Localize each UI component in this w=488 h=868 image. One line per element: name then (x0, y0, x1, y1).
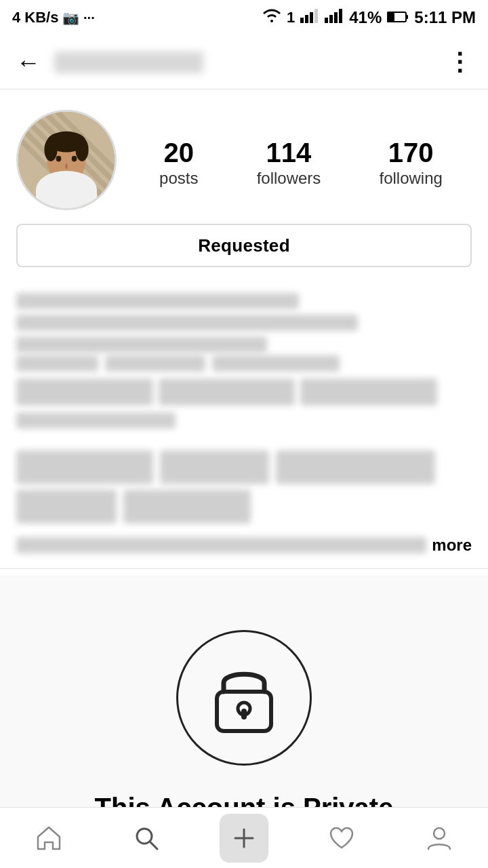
bottom-nav (0, 807, 488, 868)
svg-rect-4 (325, 18, 328, 23)
svg-point-23 (75, 138, 88, 161)
top-nav: ← ⋮ (0, 35, 488, 90)
following-stat[interactable]: 170 following (380, 139, 443, 188)
svg-point-33 (434, 828, 445, 839)
bio-tag-1 (16, 355, 98, 372)
heart-icon (327, 823, 357, 853)
requested-button[interactable]: Requested (16, 224, 472, 267)
more-link[interactable]: more (432, 536, 472, 555)
bio-line-1 (16, 293, 299, 309)
svg-rect-9 (388, 13, 394, 21)
battery-percent: 41% (349, 8, 382, 27)
followers-count: 114 (266, 139, 312, 166)
more-options-button[interactable]: ⋮ (447, 48, 472, 77)
status-bar: 4 KB/s 📷 ··· 1 (0, 0, 488, 35)
avatar[interactable] (16, 110, 117, 210)
svg-rect-3 (314, 9, 318, 23)
bio-img-2 (159, 378, 296, 406)
content-blur-5 (123, 490, 251, 524)
bio-line-4 (16, 412, 176, 429)
search-icon (131, 823, 161, 853)
followers-label: followers (257, 169, 321, 188)
status-right: 1 41% 5:11 PM (262, 8, 476, 27)
nav-add[interactable] (203, 814, 285, 862)
bio-img-3 (300, 378, 437, 406)
cell-signal2-icon (325, 8, 344, 27)
bio-line-3 (16, 336, 267, 353)
content-blur-3 (276, 450, 435, 484)
svg-rect-10 (406, 15, 408, 19)
cell-signal-icon (300, 8, 319, 27)
svg-point-25 (72, 156, 77, 162)
nav-likes[interactable] (301, 814, 382, 862)
svg-point-24 (56, 156, 62, 162)
content-blur-1 (16, 450, 153, 484)
svg-rect-1 (305, 15, 308, 23)
data-speed: 4 KB/s (12, 9, 58, 26)
lock-icon (210, 659, 278, 736)
stats-row: 20 posts 114 followers 170 following (130, 132, 472, 188)
bio-tag-2 (105, 355, 205, 372)
bio-tag-3 (212, 355, 340, 372)
lock-circle (176, 630, 312, 766)
action-row: Requested (16, 224, 472, 267)
profile-header: 20 posts 114 followers 170 following Req… (0, 90, 488, 281)
bio-more-blur (16, 537, 426, 553)
status-left: 4 KB/s 📷 ··· (12, 9, 95, 26)
svg-rect-2 (310, 12, 313, 23)
plus-icon (230, 824, 258, 852)
posts-stat[interactable]: 20 posts (159, 139, 198, 188)
profile-info-row: 20 posts 114 followers 170 following (16, 110, 472, 210)
svg-rect-0 (300, 18, 304, 23)
svg-rect-28 (241, 709, 247, 719)
back-button[interactable]: ← (16, 48, 41, 77)
bio-line-2 (16, 315, 358, 331)
content-blur-4 (16, 490, 117, 524)
svg-point-22 (44, 138, 57, 161)
nav-profile[interactable] (399, 814, 480, 862)
notification-icons: 📷 ··· (62, 9, 94, 26)
svg-line-30 (150, 842, 157, 849)
svg-rect-7 (339, 9, 342, 23)
svg-rect-6 (334, 12, 338, 23)
content-blur-2 (160, 450, 269, 484)
username-display (54, 52, 447, 73)
username-blur (54, 52, 203, 73)
bio-more-row: more (0, 536, 488, 561)
followers-stat[interactable]: 114 followers (257, 139, 321, 188)
nav-search[interactable] (106, 814, 187, 862)
time: 5:11 PM (414, 8, 476, 27)
svg-point-18 (33, 189, 100, 208)
bio-section (0, 281, 488, 443)
svg-rect-19 (60, 172, 73, 184)
svg-rect-5 (329, 15, 333, 23)
following-label: following (380, 169, 443, 188)
posts-count: 20 (164, 139, 195, 166)
posts-label: posts (159, 169, 198, 188)
signal-icon: 1 (287, 9, 295, 26)
add-button[interactable] (220, 814, 268, 863)
content-block-1 (0, 443, 488, 536)
bio-img-1 (16, 378, 153, 406)
following-count: 170 (388, 139, 434, 166)
wifi-icon (262, 8, 281, 27)
home-icon (34, 823, 64, 853)
section-divider (0, 568, 488, 569)
profile-icon (424, 823, 454, 853)
battery-icon (387, 8, 409, 27)
nav-home[interactable] (8, 814, 89, 862)
